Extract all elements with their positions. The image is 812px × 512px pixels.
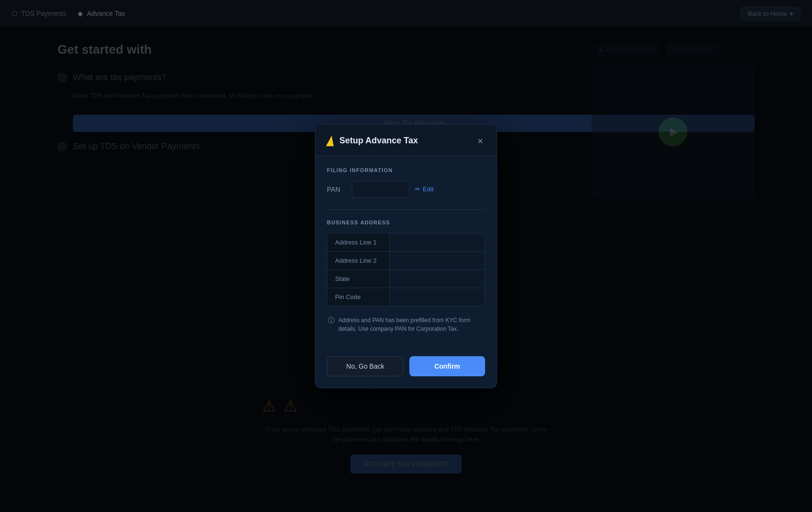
modal-wrapper: Setup Advance Tax × FILING INFORMATION P… — [0, 0, 812, 512]
edit-pan-button[interactable]: ✏ Edit — [415, 186, 433, 193]
pin-code-value — [390, 288, 485, 306]
logo-slash-icon — [326, 136, 336, 146]
business-address-section: BUSINESS ADDRESS Address Line 1 Address … — [327, 220, 485, 306]
pin-code-label: Pin Code — [327, 288, 390, 306]
close-icon: × — [477, 136, 483, 146]
pan-value — [352, 181, 409, 198]
address-line1-label: Address Line 1 — [327, 233, 390, 251]
address-grid: Address Line 1 Address Line 2 State Pin … — [327, 233, 485, 306]
confirm-button[interactable]: Confirm — [409, 356, 485, 376]
address-line2-label: Address Line 2 — [327, 252, 390, 269]
state-value — [390, 270, 485, 288]
pin-code-row: Pin Code — [327, 288, 485, 306]
address-line1-value — [390, 233, 485, 251]
filing-information-section: FILING INFORMATION PAN ✏ Edit — [327, 167, 485, 198]
divider-1 — [327, 209, 485, 210]
pan-label: PAN — [327, 186, 346, 193]
setup-advance-tax-modal: Setup Advance Tax × FILING INFORMATION P… — [315, 124, 497, 388]
modal-title-group: Setup Advance Tax — [327, 136, 418, 146]
filing-section-label: FILING INFORMATION — [327, 167, 485, 173]
edit-label: Edit — [423, 186, 433, 193]
modal-body: FILING INFORMATION PAN ✏ Edit BUSINESS A… — [315, 156, 497, 356]
info-notice: ⓘ Address and PAN has been prefilled fro… — [327, 316, 485, 333]
business-address-label: BUSINESS ADDRESS — [327, 220, 485, 225]
address-line2-value — [390, 252, 485, 269]
info-text: Address and PAN has been prefilled from … — [338, 316, 484, 333]
edit-icon: ✏ — [415, 186, 420, 193]
modal-title: Setup Advance Tax — [339, 136, 418, 146]
pan-row: PAN ✏ Edit — [327, 181, 485, 198]
address-line2-row: Address Line 2 — [327, 252, 485, 270]
state-row: State — [327, 270, 485, 288]
modal-header: Setup Advance Tax × — [315, 125, 497, 156]
state-label: State — [327, 270, 390, 288]
go-back-button[interactable]: No, Go Back — [327, 356, 404, 376]
modal-footer: No, Go Back Confirm — [315, 356, 497, 388]
modal-logo — [327, 136, 335, 146]
info-icon: ⓘ — [328, 316, 335, 325]
modal-close-button[interactable]: × — [476, 134, 485, 148]
address-line1-row: Address Line 1 — [327, 233, 485, 252]
